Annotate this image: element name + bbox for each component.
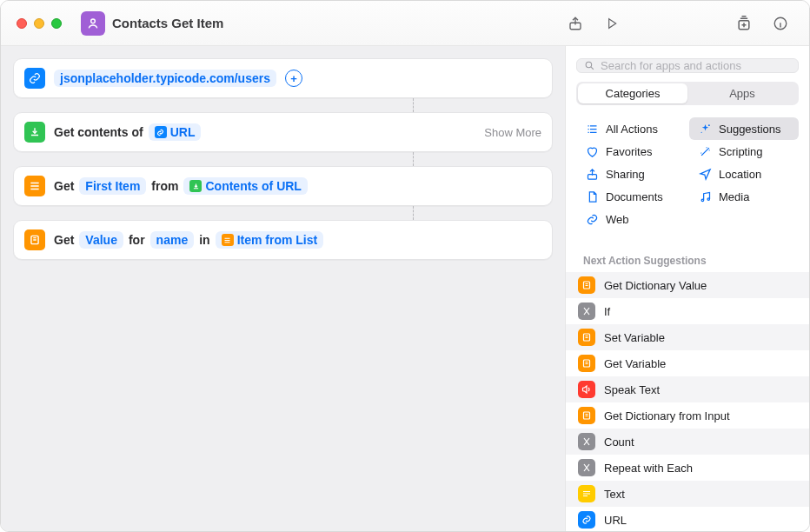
document-icon: [585, 190, 599, 203]
category-documents[interactable]: Documents: [576, 185, 686, 208]
suggestion-label: Get Dictionary Value: [604, 279, 707, 292]
list-icon: [24, 176, 45, 196]
action-icon: [578, 329, 595, 346]
add-url-button[interactable]: +: [285, 70, 302, 87]
action-get-value[interactable]: Get Value for name in Item from List: [13, 220, 553, 260]
wand-icon: [698, 144, 712, 158]
tab-categories[interactable]: Categories: [578, 83, 687, 103]
suggestion-item[interactable]: Get Dictionary Value: [566, 272, 809, 298]
music-icon: [698, 190, 712, 203]
suggestion-item[interactable]: URL: [566, 507, 809, 532]
category-scripting[interactable]: Scripting: [689, 140, 799, 163]
workflow-canvas[interactable]: jsonplaceholder.typicode.com/users + Get…: [1, 46, 565, 531]
suggestion-list: Get Dictionary ValueIfSet VariableGet Va…: [566, 272, 809, 532]
suggestion-label: Get Variable: [604, 357, 666, 370]
maximize-button[interactable]: [51, 18, 62, 29]
suggestions-header: Next Action Suggestions: [566, 249, 809, 272]
suggestion-item[interactable]: Get Dictionary from Input: [566, 402, 809, 429]
action-label: Get contents of: [54, 125, 143, 139]
sparkle-icon: [698, 122, 712, 136]
category-web[interactable]: Web: [576, 208, 686, 230]
link-icon: [24, 68, 45, 89]
titlebar: Contacts Get Item: [1, 1, 809, 46]
svg-point-10: [707, 197, 710, 200]
connector-line: [8, 206, 558, 220]
action-icon: [578, 303, 595, 320]
share-icon: [585, 167, 599, 181]
action-get-contents[interactable]: Get contents of URL Show More: [13, 112, 553, 152]
category-favorites[interactable]: Favorites: [576, 140, 686, 163]
suggestion-item[interactable]: Get Variable: [566, 350, 809, 376]
close-button[interactable]: [17, 18, 27, 29]
action-icon: [578, 276, 595, 294]
key-name-token[interactable]: name: [150, 231, 195, 249]
first-item-token[interactable]: First Item: [79, 177, 146, 195]
show-more-button[interactable]: Show More: [484, 126, 541, 139]
suggestion-label: Repeat with Each: [604, 462, 693, 475]
suggestion-label: URL: [604, 514, 627, 527]
suggestion-label: Text: [604, 488, 625, 501]
category-list: All Actions Suggestions Favorites Script…: [566, 114, 809, 239]
search-input[interactable]: [601, 59, 791, 72]
svg-point-6: [707, 124, 709, 126]
contents-variable-token[interactable]: Contents of URL: [183, 177, 307, 195]
suggestion-item[interactable]: If: [566, 298, 809, 324]
suggestion-item[interactable]: Speak Text: [566, 376, 809, 402]
svg-point-5: [586, 62, 592, 68]
suggestion-item[interactable]: Count: [566, 429, 809, 455]
suggestion-item[interactable]: Text: [566, 481, 809, 507]
dictionary-icon: [24, 229, 45, 250]
window-title: Contacts Get Item: [112, 16, 223, 30]
category-all-actions[interactable]: All Actions: [576, 117, 686, 140]
svg-point-0: [91, 19, 96, 23]
suggestion-item[interactable]: Set Variable: [566, 324, 809, 350]
suggestion-label: If: [604, 305, 610, 318]
location-icon: [698, 167, 712, 181]
minimize-button[interactable]: [34, 18, 44, 29]
action-icon: [578, 381, 595, 398]
svg-point-7: [700, 131, 701, 132]
action-icon: [578, 433, 595, 450]
search-field[interactable]: [576, 58, 799, 73]
library-sidebar: Categories Apps All Actions Suggestions …: [565, 46, 809, 531]
action-get-item[interactable]: Get First Item from Contents of URL: [13, 166, 553, 206]
suggestion-label: Get Dictionary from Input: [604, 409, 730, 422]
item-variable-token[interactable]: Item from List: [216, 231, 324, 249]
info-button[interactable]: [766, 11, 795, 36]
suggestion-label: Set Variable: [604, 331, 665, 344]
window-controls: [17, 18, 62, 29]
run-button[interactable]: [597, 11, 627, 36]
action-icon: [578, 355, 595, 372]
library-tabs: Categories Apps: [576, 82, 799, 105]
link-icon: [585, 212, 599, 226]
category-suggestions[interactable]: Suggestions: [689, 117, 799, 140]
download-icon: [189, 180, 202, 192]
category-location[interactable]: Location: [689, 163, 799, 185]
suggestion-item[interactable]: Repeat with Each: [566, 455, 809, 481]
word-get: Get: [54, 179, 74, 193]
action-url[interactable]: jsonplaceholder.typicode.com/users +: [13, 58, 553, 98]
category-sharing[interactable]: Sharing: [576, 163, 686, 185]
download-icon: [24, 122, 45, 143]
list-icon: [222, 234, 234, 246]
category-media[interactable]: Media: [689, 185, 799, 208]
list-icon: [585, 122, 599, 136]
tab-apps[interactable]: Apps: [687, 83, 797, 103]
share-button[interactable]: [561, 11, 590, 36]
connector-line: [8, 152, 558, 166]
heart-icon: [585, 144, 599, 158]
app-icon: [81, 11, 105, 36]
word-get: Get: [54, 233, 74, 247]
library-button[interactable]: [729, 11, 759, 36]
url-variable-token[interactable]: URL: [149, 123, 202, 141]
suggestion-label: Speak Text: [604, 383, 660, 396]
word-from: from: [151, 179, 178, 193]
suggestion-label: Count: [604, 436, 634, 449]
url-token[interactable]: jsonplaceholder.typicode.com/users: [54, 70, 276, 87]
link-icon: [155, 126, 167, 138]
action-icon: [578, 407, 595, 424]
value-token[interactable]: Value: [79, 231, 123, 249]
action-icon: [578, 511, 595, 529]
search-icon: [584, 60, 595, 71]
svg-point-9: [701, 199, 704, 202]
